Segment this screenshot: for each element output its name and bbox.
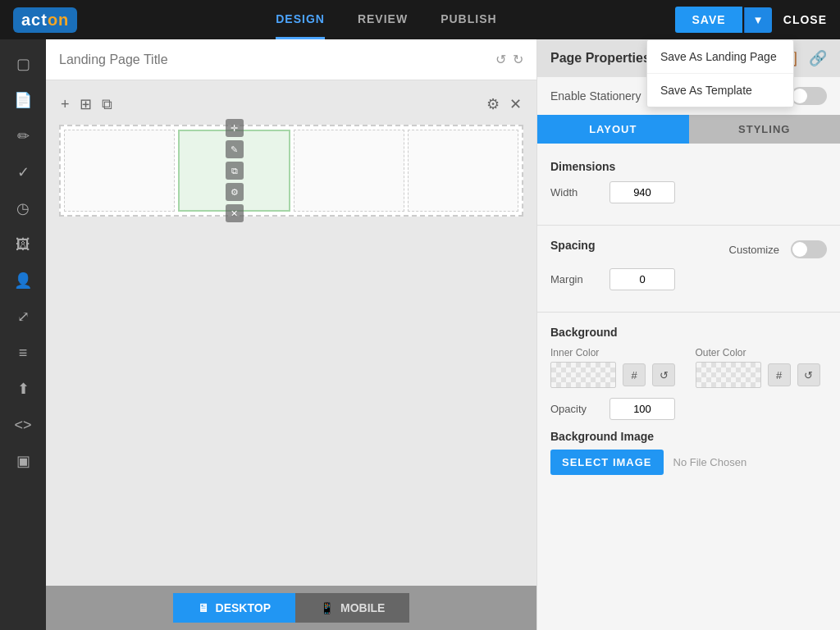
inner-color-label: Inner Color — [550, 347, 682, 358]
logo-act: act — [21, 11, 48, 30]
row-container: ✛ ✎ ⧉ ⚙ ✕ — [59, 125, 523, 217]
tab-review[interactable]: REVIEW — [358, 1, 408, 39]
spacing-section: Spacing Customize Margin — [537, 229, 840, 308]
select-image-button[interactable]: SELECT IMAGE — [550, 450, 664, 475]
close-button[interactable]: CLOSE — [783, 13, 827, 26]
code-icon[interactable]: <> — [8, 410, 38, 440]
column-copy-button[interactable]: ⧉ — [226, 162, 244, 180]
widget-icon[interactable]: ▣ — [8, 446, 38, 476]
mobile-view-button[interactable]: 📱 MOBILE — [295, 593, 409, 623]
width-input[interactable] — [609, 181, 675, 203]
panel-link-icon[interactable]: 🔗 — [809, 49, 827, 67]
square-icon[interactable]: ▢ — [8, 49, 38, 79]
bg-image-label: Background Image — [550, 430, 827, 443]
page-title-input[interactable] — [59, 52, 486, 67]
column-actions: ✛ ✎ ⧉ ⚙ ✕ — [226, 119, 244, 222]
margin-label: Margin — [550, 273, 600, 285]
opacity-label: Opacity — [550, 403, 600, 415]
desktop-icon: 🖥 — [198, 601, 209, 614]
page-icon[interactable]: 📄 — [8, 85, 38, 115]
redo-button[interactable]: ↻ — [513, 52, 523, 67]
spacing-header-row: Spacing Customize — [550, 239, 827, 260]
opacity-row: Opacity — [550, 398, 827, 420]
check-icon[interactable]: ✓ — [8, 158, 38, 187]
canvas-toolbar: + ⊞ ⧉ ⚙ ✕ — [59, 94, 523, 115]
background-section: Background Inner Color # ↺ Outer Color # — [537, 316, 840, 485]
divider-2 — [537, 312, 840, 313]
bottom-bar: 🖥 DESKTOP 📱 MOBILE — [46, 586, 536, 630]
tab-publish[interactable]: PUBLISH — [441, 1, 496, 39]
layout-styling-tabs: LAYOUT STYLING — [537, 115, 840, 144]
share-icon[interactable]: ⤢ — [8, 302, 38, 331]
canvas-header: ↺ ↻ — [46, 39, 536, 80]
nav-right: SAVE ▼ CLOSE — [675, 7, 827, 33]
user-icon[interactable]: 👤 — [8, 266, 38, 295]
column-edit-button[interactable]: ✎ — [226, 140, 244, 158]
outer-color-reset-button[interactable]: ↺ — [797, 363, 820, 386]
column-1[interactable] — [64, 130, 175, 212]
inner-color-swatch[interactable] — [550, 362, 616, 388]
stationery-label: Enable Stationery — [550, 89, 641, 103]
outer-color-row: # ↺ — [696, 362, 828, 388]
column-2-active[interactable]: ✛ ✎ ⧉ ⚙ ✕ — [178, 130, 290, 212]
stationery-toggle[interactable] — [791, 87, 827, 105]
canvas-workspace[interactable]: + ⊞ ⧉ ⚙ ✕ ✛ ✎ ⧉ ⚙ ✕ — [46, 80, 536, 586]
opacity-input[interactable] — [609, 398, 675, 420]
margin-row: Margin — [550, 268, 827, 290]
feed-icon[interactable]: ≡ — [8, 338, 38, 368]
inner-color-group: Inner Color # ↺ — [550, 347, 682, 388]
margin-input[interactable] — [609, 268, 675, 290]
outer-color-group: Outer Color # ↺ — [696, 347, 828, 388]
toggle-knob — [792, 89, 807, 103]
inner-color-row: # ↺ — [550, 362, 682, 388]
undo-button[interactable]: ↺ — [495, 52, 506, 67]
add-row-button[interactable]: + — [59, 94, 71, 115]
outer-color-label: Outer Color — [696, 347, 828, 358]
columns-button[interactable]: ⊞ — [78, 94, 94, 115]
right-panel-title: Page Properties — [550, 51, 651, 66]
mobile-label: MOBILE — [340, 601, 385, 614]
save-dropdown-button[interactable]: ▼ — [744, 7, 772, 33]
left-toolbar: ▢ 📄 ✏ ✓ ◷ 🖼 👤 ⤢ ≡ ⬆ <> ▣ — [0, 39, 46, 630]
row-settings-button[interactable]: ⚙ — [485, 94, 501, 115]
inner-color-reset-button[interactable]: ↺ — [652, 363, 675, 386]
tab-layout[interactable]: LAYOUT — [537, 115, 689, 144]
save-button[interactable]: SAVE — [675, 7, 742, 33]
tab-design[interactable]: DESIGN — [276, 1, 325, 39]
upload-icon[interactable]: ⬆ — [8, 374, 38, 404]
customize-knob — [792, 242, 807, 257]
dimensions-section: Dimensions Width — [537, 150, 840, 221]
desktop-label: DESKTOP — [216, 601, 271, 614]
pencil-icon[interactable]: ✏ — [8, 121, 38, 151]
logo-on: on — [48, 11, 69, 30]
logo: acton — [13, 7, 77, 33]
no-file-label: No File Chosen — [673, 456, 747, 468]
dimensions-title: Dimensions — [550, 160, 827, 173]
column-move-button[interactable]: ✛ — [226, 119, 244, 137]
outer-color-swatch[interactable] — [696, 362, 761, 388]
tab-styling[interactable]: STYLING — [689, 115, 841, 144]
save-dropdown-menu: Save As Landing Page Save As Template — [646, 39, 794, 107]
customize-toggle[interactable] — [791, 240, 827, 258]
copy-row-button[interactable]: ⧉ — [100, 94, 114, 115]
width-row: Width — [550, 181, 827, 203]
desktop-view-button[interactable]: 🖥 DESKTOP — [173, 593, 295, 623]
customize-label: Customize — [729, 244, 779, 256]
width-label: Width — [550, 186, 600, 199]
column-settings-button[interactable]: ⚙ — [226, 183, 244, 201]
select-image-row: SELECT IMAGE No File Chosen — [550, 450, 827, 475]
inner-color-hash-button[interactable]: # — [623, 363, 646, 386]
right-panel: Page Properties 📋 🔗 Enable Stationery LA… — [536, 39, 840, 630]
row-delete-button[interactable]: ✕ — [508, 94, 523, 115]
spacing-title: Spacing — [550, 239, 595, 252]
column-4[interactable] — [408, 130, 518, 212]
background-title: Background — [550, 326, 827, 339]
clock-icon[interactable]: ◷ — [8, 194, 38, 223]
column-3[interactable] — [294, 130, 404, 212]
save-as-template-menu-item[interactable]: Save As Template — [647, 74, 793, 107]
save-as-landing-page-menu-item[interactable]: Save As Landing Page — [647, 40, 793, 74]
image-icon[interactable]: 🖼 — [8, 230, 38, 259]
outer-color-hash-button[interactable]: # — [768, 363, 791, 386]
column-delete-button[interactable]: ✕ — [226, 204, 244, 222]
canvas-area: ↺ ↻ + ⊞ ⧉ ⚙ ✕ ✛ ✎ — [46, 39, 536, 630]
